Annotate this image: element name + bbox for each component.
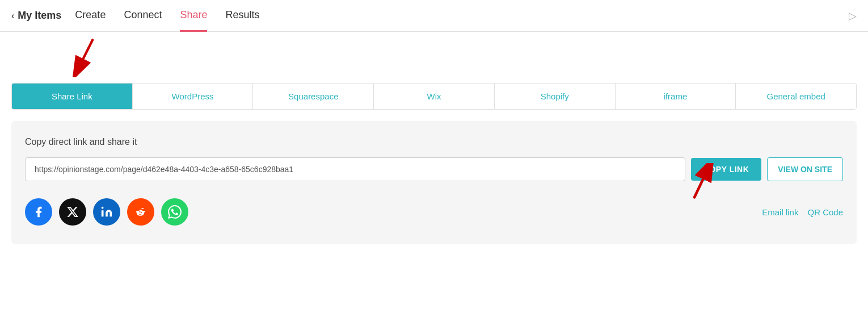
tab-wordpress[interactable]: WordPress: [133, 84, 254, 109]
tab-squarespace[interactable]: Squarespace: [253, 84, 374, 109]
tab-iframe[interactable]: iframe: [616, 84, 736, 109]
preview-icon[interactable]: ▷: [849, 10, 857, 22]
whatsapp-icon: [168, 205, 182, 219]
nav-item-create[interactable]: Create: [75, 0, 106, 32]
top-nav: ‹ My Items Create Connect Share Results …: [0, 0, 868, 32]
svg-line-3: [694, 167, 709, 197]
reddit-icon: [134, 205, 148, 219]
annotation-arrow-down: [34, 32, 868, 83]
social-icons: [25, 198, 188, 226]
tab-general-embed[interactable]: General embed: [736, 84, 856, 109]
social-twitter-button[interactable]: [59, 198, 86, 226]
nav-item-share[interactable]: Share: [180, 0, 207, 32]
nav-item-connect[interactable]: Connect: [124, 0, 162, 32]
svg-line-1: [78, 40, 92, 70]
social-row: Email link QR Code: [25, 198, 843, 226]
social-facebook-button[interactable]: [25, 198, 52, 226]
tab-share-link[interactable]: Share Link: [12, 84, 133, 109]
link-input[interactable]: [25, 157, 685, 181]
email-link-button[interactable]: Email link: [762, 207, 798, 217]
nav-items: Create Connect Share Results: [75, 0, 849, 32]
back-chevron-icon: ‹: [11, 11, 14, 21]
social-whatsapp-button[interactable]: [161, 198, 188, 226]
svg-point-4: [102, 207, 104, 209]
linkedin-icon: [100, 206, 113, 218]
qr-code-button[interactable]: QR Code: [807, 207, 843, 217]
nav-item-results[interactable]: Results: [225, 0, 259, 32]
red-arrow-up-icon: [685, 163, 719, 200]
view-on-site-button[interactable]: VIEW ON SITE: [767, 157, 843, 181]
red-arrow-down-icon: [68, 37, 102, 77]
social-reddit-button[interactable]: [127, 198, 154, 226]
share-content-title: Copy direct link and share it: [25, 137, 843, 147]
back-label: My Items: [18, 10, 61, 22]
share-tabs: Share Link WordPress Squarespace Wix Sho…: [11, 83, 857, 110]
tab-wix[interactable]: Wix: [374, 84, 495, 109]
twitter-x-icon: [66, 206, 79, 218]
back-button[interactable]: ‹ My Items: [11, 10, 61, 22]
tab-shopify[interactable]: Shopify: [495, 84, 616, 109]
share-links-right: Email link QR Code: [762, 207, 843, 217]
facebook-icon: [32, 206, 45, 218]
share-content-panel: Copy direct link and share it COPY LINK …: [11, 121, 857, 244]
social-linkedin-button[interactable]: [93, 198, 120, 226]
link-row: COPY LINK VIEW ON SITE: [25, 157, 843, 181]
